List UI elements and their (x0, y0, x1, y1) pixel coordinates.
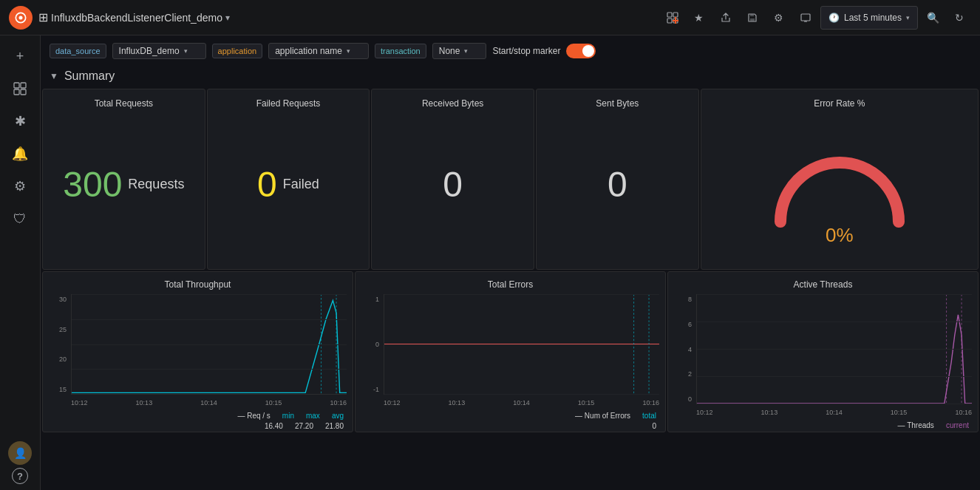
svg-rect-4 (667, 18, 672, 23)
svg-rect-10 (801, 14, 810, 21)
threads-x-axis: 10:12 10:13 10:14 10:15 10:16 (696, 406, 972, 419)
total-requests-number: 300 (63, 164, 122, 205)
topbar-actions: ★ ⚙ 🕐 Last 5 minutes ▾ 🔍 ↻ (661, 6, 971, 30)
throughput-max-label: max (306, 412, 320, 420)
main-content: data_source InfluxDB_demo ▾ application … (41, 35, 980, 490)
add-panel-button[interactable] (661, 6, 684, 30)
errors-footer: — Num of Errors total (361, 409, 659, 422)
errors-x-axis: 10:12 10:13 10:14 10:15 10:16 (384, 396, 659, 409)
time-picker[interactable]: 🕐 Last 5 minutes ▾ (820, 6, 918, 30)
threads-plot (696, 294, 972, 404)
share-button[interactable] (714, 6, 738, 30)
gauge-container: 0% (766, 109, 913, 260)
data-source-caret: ▾ (184, 47, 188, 55)
threads-chart-title: Active Threads (674, 279, 972, 290)
start-stop-toggle[interactable] (566, 44, 596, 58)
received-bytes-number: 0 (443, 164, 463, 205)
errors-chart-area: 1 0 -1 10:12 10:13 1 (361, 294, 659, 409)
throughput-y-axis: 30 25 20 15 (49, 294, 69, 395)
data-source-select[interactable]: InfluxDB_demo ▾ (112, 43, 206, 59)
svg-rect-13 (14, 83, 19, 88)
received-bytes-card: Received Bytes 0 (371, 89, 534, 270)
failed-requests-value: 0 Failed (257, 109, 319, 260)
sidebar-item-shield[interactable]: 🛡 (5, 204, 35, 234)
help-button[interactable]: ? (12, 468, 28, 484)
sidebar: + ✱ 🔔 ⚙ 🛡 👤 ? (0, 35, 41, 490)
total-requests-unit: Requests (128, 177, 184, 192)
star-button[interactable]: ★ (687, 6, 711, 30)
chart-cards-row: Total Throughput 30 25 20 15 (41, 270, 980, 432)
errors-plot (384, 294, 659, 395)
throughput-avg-val: 21.80 (325, 422, 344, 430)
failed-requests-number: 0 (257, 164, 277, 205)
svg-rect-9 (750, 14, 754, 16)
svg-rect-16 (21, 89, 26, 95)
application-select[interactable]: application name ▾ (268, 43, 369, 59)
transaction-select[interactable]: None ▾ (432, 43, 487, 59)
transaction-caret: ▾ (464, 47, 468, 55)
received-bytes-title: Received Bytes (381, 98, 525, 109)
sidebar-item-explore[interactable]: ✱ (5, 106, 35, 136)
transaction-label: transaction (375, 44, 426, 58)
section-chevron-icon: ▼ (50, 71, 58, 81)
sent-bytes-value: 0 (608, 109, 627, 260)
application-caret: ▾ (347, 47, 350, 55)
throughput-legend: — Req / s (237, 412, 270, 420)
refresh-button[interactable]: ↻ (947, 6, 971, 30)
save-button[interactable] (741, 6, 764, 30)
svg-rect-8 (750, 18, 755, 21)
gauge-svg (766, 133, 913, 237)
application-label: application (212, 44, 263, 58)
threads-current-label: current (946, 421, 969, 429)
failed-requests-title: Failed Requests (217, 98, 361, 109)
failed-requests-unit: Failed (283, 177, 319, 192)
received-bytes-value: 0 (443, 109, 463, 260)
dashboard-title[interactable]: ⊞ InfluxdbBackendListenerClient_demo ▾ (38, 10, 230, 24)
total-requests-value: 300 Requests (63, 109, 184, 260)
throughput-max-val: 27.20 (295, 422, 313, 430)
svg-rect-2 (667, 13, 672, 17)
throughput-chart-area: 30 25 20 15 (49, 294, 347, 409)
sent-bytes-number: 0 (608, 164, 627, 205)
throughput-x-axis: 10:12 10:13 10:14 10:15 10:16 (71, 396, 347, 409)
sidebar-item-add[interactable]: + (5, 41, 35, 71)
topbar: ⊞ InfluxdbBackendListenerClient_demo ▾ ★… (0, 0, 980, 35)
throughput-min-val: 16.40 (265, 422, 283, 430)
threads-footer: — Threads current (674, 419, 972, 432)
errors-chart-card: Total Errors 1 0 -1 (355, 271, 666, 432)
grafana-logo[interactable] (9, 6, 33, 30)
avatar[interactable]: 👤 (8, 441, 32, 465)
throughput-avg-label: avg (332, 412, 344, 420)
error-rate-value: 0% (766, 224, 913, 247)
data-source-label: data_source (50, 44, 106, 58)
errors-chart-title: Total Errors (361, 279, 659, 290)
threads-chart-card: Active Threads 8 6 4 2 0 (667, 271, 979, 432)
sidebar-item-config[interactable]: ⚙ (5, 171, 35, 201)
svg-rect-15 (14, 89, 19, 95)
summary-section-header[interactable]: ▼ Summary (41, 67, 980, 89)
search-button[interactable]: 🔍 (921, 6, 945, 30)
threads-legend: — Threads (898, 421, 934, 429)
settings-button[interactable]: ⚙ (767, 6, 791, 30)
throughput-min-label: min (282, 412, 294, 420)
sidebar-item-alerting[interactable]: 🔔 (5, 139, 35, 169)
errors-y-axis: 1 0 -1 (361, 294, 382, 395)
svg-point-1 (19, 16, 23, 19)
svg-rect-3 (673, 13, 678, 17)
failed-requests-card: Failed Requests 0 Failed (207, 89, 370, 270)
sidebar-item-dashboards[interactable] (5, 74, 35, 103)
throughput-plot (71, 294, 347, 395)
error-rate-card: Error Rate % 0% (701, 89, 979, 270)
throughput-footer: — Req / s min max avg (49, 409, 347, 422)
toggle-knob (582, 45, 594, 57)
svg-rect-14 (21, 83, 26, 88)
start-stop-label: Start/stop marker (492, 46, 560, 56)
errors-total-label: total (642, 412, 656, 420)
throughput-chart-card: Total Throughput 30 25 20 15 (42, 271, 353, 432)
tv-button[interactable] (794, 6, 817, 30)
threads-y-axis: 8 6 4 2 0 (674, 294, 695, 404)
total-requests-title: Total Requests (52, 98, 196, 109)
stat-cards-row: Total Requests 300 Requests Failed Reque… (41, 89, 980, 270)
sent-bytes-card: Sent Bytes 0 (536, 89, 699, 270)
throughput-chart-title: Total Throughput (49, 279, 347, 290)
